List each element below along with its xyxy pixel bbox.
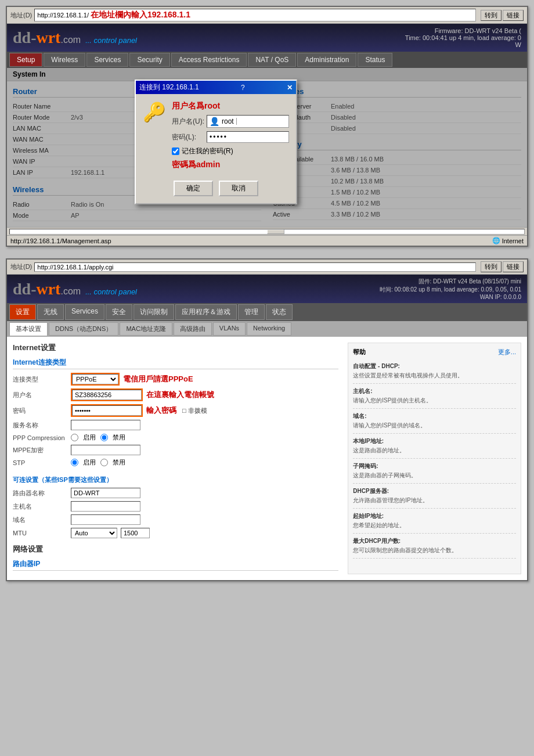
logo-dd-1: dd- — [13, 28, 36, 47]
connection-type-select-wrapper: PPPoE — [71, 373, 120, 386]
ddwrt-info-2: 固件: DD-WRT v24 Beta (08/15/07) mini 时间: … — [380, 278, 521, 300]
password-input-modal[interactable]: ••••• — [207, 131, 289, 143]
domain-label: 域名 — [13, 516, 71, 524]
addressbar-url-1[interactable]: http://192.168.1.1/ 在地址欄內輸入192.168.1.1 — [34, 9, 476, 21]
nav-admin-1[interactable]: Administration — [297, 53, 356, 67]
stp-disable-label: 禁用 — [113, 458, 125, 467]
mtu-row: MTU Auto — [13, 528, 338, 538]
sub-nav-mac[interactable]: MAC地址克隆 — [120, 322, 172, 336]
scroll-thumb-1[interactable] — [267, 229, 284, 234]
username-input-modal[interactable]: 👤 root — [207, 115, 289, 128]
connection-type-subsection: Internet连接类型 — [13, 358, 338, 369]
help-title: 帮助 — [353, 348, 366, 357]
help-col: 帮助 更多... 自动配置 - DHCP: 这些设置是经常被有线电视操作人员使用… — [348, 343, 521, 574]
goto-btn-1[interactable]: 转到 — [481, 10, 501, 21]
hostname-row: 主机名 — [13, 501, 338, 512]
mtu-label: MTU — [13, 530, 71, 537]
main-col-2: Internet设置 Internet连接类型 连接类型 PPPoE 電信用戶請… — [13, 343, 338, 574]
sub-nav-basic[interactable]: 基本设置 — [9, 322, 48, 336]
scroll-track-1[interactable] — [9, 229, 525, 235]
sub-nav-vlans[interactable]: VLANs — [213, 322, 246, 336]
stp-row: STP 启用 禁用 — [13, 458, 338, 467]
stp-disable-radio[interactable] — [100, 459, 108, 466]
pppoe-annotation: 電信用戶請選PPPoE — [123, 374, 193, 384]
password-input-wrapper — [71, 404, 143, 417]
username-label-modal: 用户名(U): — [172, 117, 207, 127]
nav-setup-2[interactable]: 设置 — [9, 304, 36, 320]
modal-title-cn: 用户名爲root — [172, 101, 289, 111]
browser-window-2: 地址(D) http://192.168.1.1/apply.cgi 转到 链接… — [6, 258, 528, 581]
nav-services-2[interactable]: Services — [65, 304, 104, 320]
connection-type-row: 连接类型 PPPoE 電信用戶請選PPPoE — [13, 373, 338, 386]
nav-apps-2[interactable]: 应用程序＆游戏 — [175, 304, 237, 320]
nav-wireless-2[interactable]: 无线 — [37, 304, 64, 320]
sub-nav-advanced[interactable]: 高级路由 — [174, 322, 212, 336]
nav-status-1[interactable]: Status — [358, 53, 392, 67]
password-input-2[interactable] — [72, 405, 142, 416]
nav-wireless-1[interactable]: Wireless — [44, 53, 85, 67]
nav-services-1[interactable]: Services — [86, 53, 128, 67]
addressbar-2: 地址(D) http://192.168.1.1/apply.cgi 转到 链接 — [7, 260, 527, 275]
browser-window-1: 地址(D) http://192.168.1.1/ 在地址欄內輸入192.168… — [6, 6, 528, 247]
links-btn-2[interactable]: 链接 — [503, 261, 524, 272]
mppe-input[interactable] — [71, 445, 140, 455]
ddwrt-header-2: dd- wrt .com ... control panel 固件: DD-WR… — [7, 275, 527, 303]
help-more-link[interactable]: 更多... — [498, 348, 516, 359]
hostname-input[interactable] — [71, 501, 140, 512]
addressbar-label-1: 地址(D) — [10, 11, 32, 20]
domain-input[interactable] — [71, 514, 140, 525]
modal-close-btn[interactable]: ✕ — [287, 84, 293, 92]
nav-mgmt-2[interactable]: 管理 — [238, 304, 265, 320]
ppp-row: PPP Compression 启用 禁用 — [13, 433, 338, 442]
mtu-select[interactable]: Auto — [71, 528, 117, 538]
mppe-label: MPPE加密 — [13, 446, 71, 455]
cancel-button[interactable]: 取消 — [219, 181, 258, 196]
addressbar-label-2: 地址(D) — [10, 262, 32, 271]
help-local-addr: 本地IP地址: 这是路由器的地址。 — [353, 437, 516, 459]
service-name-input[interactable] — [71, 420, 140, 430]
mtu-value-input[interactable] — [121, 528, 150, 538]
stp-enable-radio[interactable] — [71, 459, 78, 466]
router-name-input-2[interactable] — [71, 488, 140, 498]
internet-section-title: Internet设置 — [13, 343, 338, 353]
mppe-row: MPPE加密 — [13, 445, 338, 455]
sub-nav-networking[interactable]: Networking — [247, 322, 291, 336]
ppp-enable-radio[interactable] — [71, 434, 78, 441]
goto-btn-2[interactable]: 转到 — [481, 261, 501, 272]
domain-row: 域名 — [13, 514, 338, 525]
username-row-2: 用户名 在這裏輸入電信帳號 — [13, 388, 338, 401]
addressbar-url-2[interactable]: http://192.168.1.1/apply.cgi — [34, 262, 476, 272]
nav-nat-1[interactable]: NAT / QoS — [248, 53, 296, 67]
password-label-modal: 密码(L): — [172, 132, 207, 142]
logo-dd-2: dd- — [13, 280, 36, 298]
connection-type-select[interactable]: PPPoE — [72, 374, 118, 384]
network-title: 网络设置 — [13, 544, 338, 555]
nav-security-1[interactable]: Security — [129, 53, 169, 67]
connection-type-label: 连接类型 — [13, 375, 71, 384]
username-input-2[interactable] — [72, 390, 142, 400]
nonfused-label: □ 非拨模 — [182, 406, 207, 415]
router-ip-title: 路由器IP — [13, 559, 338, 571]
logo-cp-2: ... control panel — [85, 287, 137, 296]
sub-nav-ddns[interactable]: DDNS（动态DNS） — [49, 322, 118, 336]
nav-security-2[interactable]: 安全 — [106, 304, 132, 320]
nav-setup-1[interactable]: Setup — [9, 53, 42, 67]
help-domain: 域名: 请输入您的ISP提供的域名。 — [353, 412, 516, 434]
nav-status-2[interactable]: 状态 — [266, 304, 293, 320]
username-annotation: 在這裏輸入電信帳號 — [146, 390, 214, 400]
nav-bar-2: 设置 无线 Services 安全 访问限制 应用程序＆游戏 管理 状态 — [7, 303, 527, 321]
ppp-enable-label: 启用 — [83, 433, 96, 442]
nav-access-1[interactable]: Access Restrictions — [171, 53, 247, 67]
ppp-disable-radio[interactable] — [100, 434, 108, 441]
key-icon: 🔑 — [143, 101, 166, 123]
ddwrt-header-1: dd- wrt .com ... control panel Firmware:… — [7, 24, 527, 52]
remember-checkbox[interactable] — [172, 147, 179, 155]
router-name-label-2: 路由器名称 — [13, 489, 71, 498]
ppp-disable-label: 禁用 — [113, 433, 125, 442]
ok-button[interactable]: 确定 — [174, 181, 213, 196]
nav-access-2[interactable]: 访问限制 — [134, 304, 174, 320]
sub-nav-bar-2: 基本设置 DDNS（动态DNS） MAC地址克隆 高级路由 VLANs Netw… — [7, 321, 527, 337]
password-label-2: 密码 — [13, 406, 71, 415]
network-section: 网络设置 路由器IP — [13, 544, 338, 571]
links-btn-1[interactable]: 链接 — [503, 10, 524, 21]
